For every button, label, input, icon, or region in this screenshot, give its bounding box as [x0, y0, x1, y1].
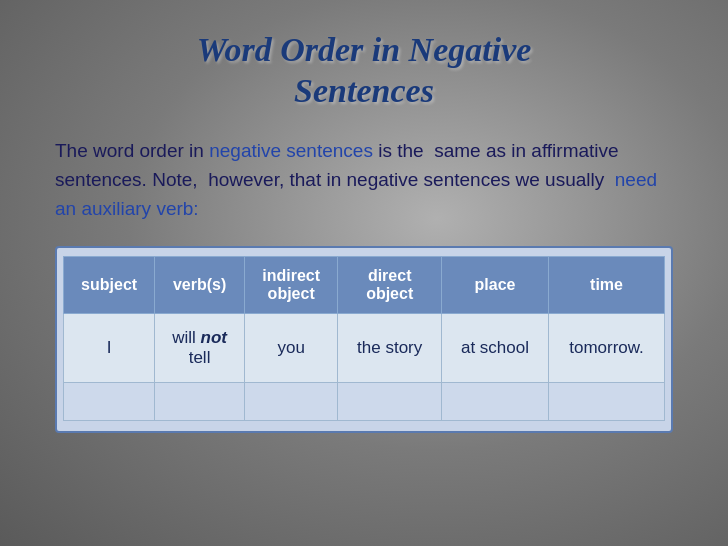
col-direct-object: directobject — [338, 256, 441, 313]
cell-subject: I — [64, 313, 155, 382]
title-line1: Word Order in Negative — [197, 31, 532, 68]
cell-place: at school — [441, 313, 548, 382]
verb-italic: not — [201, 328, 227, 347]
cell-indirect-object: you — [244, 313, 338, 382]
empty-cell-5 — [441, 382, 548, 420]
highlight-negative: negative sentences — [209, 140, 373, 161]
highlight-auxiliary: need an auxiliary verb: — [55, 169, 657, 219]
slide-container: Word Order in Negative Sentences The wor… — [0, 0, 728, 546]
cell-time: tomorrow. — [549, 313, 665, 382]
word-order-table: subject verb(s) indirectobject directobj… — [63, 256, 665, 421]
col-time: time — [549, 256, 665, 313]
table-row: I will nottell you the story at school t… — [64, 313, 665, 382]
col-place: place — [441, 256, 548, 313]
word-order-table-wrapper: subject verb(s) indirectobject directobj… — [55, 246, 673, 433]
cell-verb: will nottell — [155, 313, 245, 382]
body-text: The word order in negative sentences is … — [55, 136, 673, 224]
title-line2: Sentences — [294, 72, 434, 109]
col-indirect-object: indirectobject — [244, 256, 338, 313]
empty-cell-6 — [549, 382, 665, 420]
empty-cell-3 — [244, 382, 338, 420]
table-row-empty — [64, 382, 665, 420]
empty-cell-4 — [338, 382, 441, 420]
col-verbs: verb(s) — [155, 256, 245, 313]
empty-cell-1 — [64, 382, 155, 420]
slide-title: Word Order in Negative Sentences — [55, 30, 673, 112]
table-header-row: subject verb(s) indirectobject directobj… — [64, 256, 665, 313]
col-subject: subject — [64, 256, 155, 313]
empty-cell-2 — [155, 382, 245, 420]
cell-direct-object: the story — [338, 313, 441, 382]
